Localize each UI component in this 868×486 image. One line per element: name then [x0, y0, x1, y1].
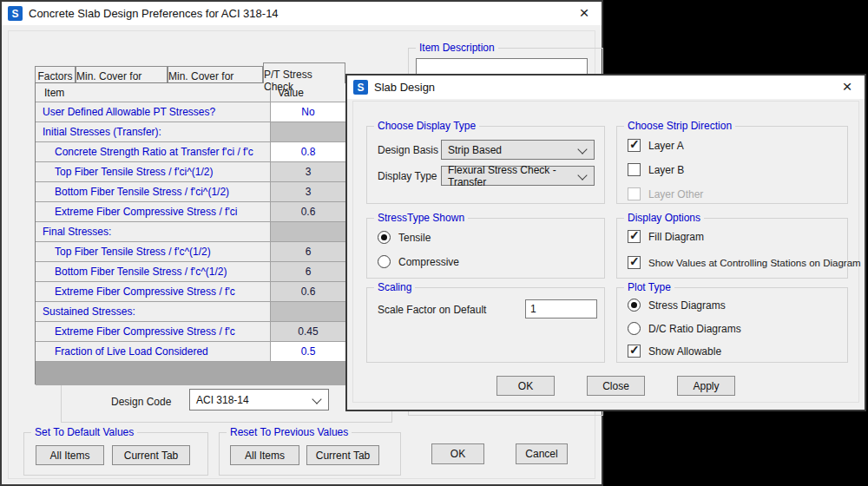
layer-a-checkbox[interactable]: ✓ Layer A	[628, 139, 684, 152]
choose-display-type-group: Choose Display Type Design Basis Strip B…	[366, 126, 605, 204]
table-row: Final Stresses:	[36, 222, 345, 242]
preferences-title: Concrete Slab Design Preferences for ACI…	[29, 7, 279, 20]
set-defaults-current-tab-button[interactable]: Current Tab	[112, 445, 190, 465]
row-value-cell[interactable]: 6	[271, 242, 345, 262]
scale-factor-label: Scale Factor on Default	[378, 304, 486, 316]
row-item-label: Top Fiber Tensile Stress / f'ci^(1/2)	[36, 162, 271, 182]
compressive-radio[interactable]: Compressive	[378, 255, 459, 268]
row-value-cell[interactable]: 0.6	[271, 282, 345, 302]
fill-diagram-checkbox[interactable]: ✓ Fill Diagram	[628, 230, 704, 243]
tab-factors[interactable]: Factors	[35, 66, 76, 82]
checkbox-box: ✓	[628, 139, 641, 152]
row-item-label: User Defined Allowable PT Stresses?	[36, 102, 271, 122]
row-value-cell	[271, 302, 345, 322]
show-values-checkbox[interactable]: ✓ Show Values at Controlling Stations on…	[628, 256, 861, 269]
checkbox-box: ✓	[628, 345, 641, 358]
tensile-radio[interactable]: Tensile	[378, 231, 431, 244]
table-row: Extreme Fiber Compressive Stress / f'c 0…	[36, 282, 345, 302]
display-options-group: Display Options ✓ Fill Diagram ✓ Show Va…	[616, 218, 848, 279]
reset-previous-all-items-button[interactable]: All Items	[230, 445, 299, 465]
design-basis-select[interactable]: Strip Based	[441, 140, 595, 160]
app-icon: S	[8, 6, 23, 21]
table-row: Bottom Fiber Tensile Stress / f'c^(1/2) …	[36, 262, 345, 282]
plot-type-group: Plot Type Stress Diagrams D/C Ratio Diag…	[616, 287, 848, 363]
slab-design-titlebar: S Slab Design	[347, 76, 865, 99]
row-value-cell[interactable]: 3	[271, 162, 345, 182]
radio-label: Tensile	[398, 232, 431, 244]
table-filler	[36, 362, 345, 385]
pt-stress-table: Item Value User Defined Allowable PT Str…	[35, 82, 346, 384]
radio-label: D/C Ratio Diagrams	[648, 323, 741, 335]
table-row: Extreme Fiber Compressive Stress / f'c 0…	[36, 322, 345, 342]
checkbox-box: ✓	[628, 256, 641, 269]
chevron-down-icon	[577, 144, 587, 154]
column-header-item: Item	[36, 83, 271, 102]
row-value-cell[interactable]: 0.6	[271, 202, 345, 222]
design-basis-label: Design Basis	[378, 144, 438, 156]
display-type-select[interactable]: Flexural Stress Check - Transfer	[441, 166, 595, 186]
layer-other-checkbox: ✓ Layer Other	[628, 187, 703, 200]
tab-label: P/T Stress Check	[264, 69, 345, 93]
row-value-cell[interactable]: 6	[271, 262, 345, 282]
checkbox-label: Layer B	[648, 164, 684, 176]
close-button[interactable]: Close	[587, 376, 645, 396]
plot-type-label: Plot Type	[624, 281, 674, 293]
scaling-label: Scaling	[374, 281, 415, 293]
table-row: Extreme Fiber Compressive Stress / f'ci …	[36, 202, 345, 222]
row-item-label: Top Fiber Tensile Stress / f'c^(1/2)	[36, 242, 271, 262]
scaling-group: Scaling Scale Factor on Default	[366, 287, 605, 363]
ok-button[interactable]: OK	[431, 443, 484, 464]
row-value-cell[interactable]: 3	[271, 182, 345, 202]
stress-diagrams-radio[interactable]: Stress Diagrams	[628, 299, 726, 312]
row-value-cell[interactable]: No	[271, 102, 345, 122]
design-code-label: Design Code	[111, 396, 171, 408]
dc-ratio-diagrams-radio[interactable]: D/C Ratio Diagrams	[628, 322, 741, 335]
reset-previous-current-tab-button[interactable]: Current Tab	[306, 445, 379, 465]
ok-button[interactable]: OK	[496, 376, 555, 396]
stress-type-group: StressType Shown Tensile Compressive	[366, 218, 605, 279]
tab-min-cover-beams[interactable]: Min. Cover for Beams	[168, 66, 263, 82]
radio-label: Stress Diagrams	[648, 299, 726, 312]
item-description-label: Item Description	[416, 42, 498, 54]
choose-strip-direction-label: Choose Strip Direction	[624, 120, 735, 132]
stress-type-label: StressType Shown	[374, 212, 468, 224]
reset-previous-label: Reset To Previous Values	[227, 426, 352, 438]
radio-circle	[378, 255, 391, 268]
cancel-button[interactable]: Cancel	[516, 443, 568, 464]
row-value-cell[interactable]: 0.45	[271, 322, 345, 342]
table-row: Top Fiber Tensile Stress / f'ci^(1/2) 3	[36, 162, 345, 182]
layer-b-checkbox[interactable]: ✓ Layer B	[628, 163, 684, 176]
close-icon[interactable]: ×	[830, 76, 865, 98]
table-row: Fraction of Live Load Considered 0.5	[36, 342, 345, 362]
checkbox-label: Fill Diagram	[648, 231, 704, 243]
table-row: User Defined Allowable PT Stresses? No	[36, 102, 345, 122]
row-item-label: Sustained Stresses:	[36, 302, 271, 322]
tab-min-cover-slabs[interactable]: Min. Cover for Slabs	[76, 66, 168, 82]
set-defaults-all-items-button[interactable]: All Items	[36, 445, 104, 465]
row-item-label: Initial Stresses (Transfer):	[36, 122, 271, 142]
app-icon: S	[353, 80, 368, 95]
preferences-titlebar: S Concrete Slab Design Preferences for A…	[2, 2, 602, 25]
row-value-cell[interactable]: 0.5	[271, 342, 345, 362]
show-allowable-checkbox[interactable]: ✓ Show Allowable	[628, 345, 721, 358]
slab-design-title: Slab Design	[374, 81, 435, 94]
row-value-cell	[271, 222, 345, 242]
row-item-label: Extreme Fiber Compressive Stress / f'ci	[36, 202, 271, 222]
row-item-label: Concrete Strength Ratio at Transfer f'ci…	[36, 142, 271, 162]
radio-dot-icon	[631, 302, 637, 308]
close-icon[interactable]: ×	[567, 2, 602, 24]
design-code-select[interactable]: ACI 318-14	[189, 389, 329, 410]
tab-pt-stress-check[interactable]: P/T Stress Check	[263, 62, 345, 83]
reset-previous-group: Reset To Previous Values All Items Curre…	[219, 432, 401, 476]
row-item-label: Bottom Fiber Tensile Stress / f'c^(1/2)	[36, 262, 271, 282]
row-value-cell[interactable]: 0.8	[271, 142, 345, 162]
chevron-down-icon	[312, 394, 321, 404]
check-icon: ✓	[629, 228, 640, 242]
check-icon: ✓	[629, 343, 640, 357]
design-code-value: ACI 318-14	[196, 394, 249, 406]
scale-factor-input[interactable]	[525, 299, 597, 319]
row-item-label: Bottom Fiber Tensile Stress / f'ci^(1/2)	[36, 182, 271, 202]
apply-button[interactable]: Apply	[677, 376, 735, 396]
choose-display-type-label: Choose Display Type	[374, 120, 479, 132]
choose-strip-direction-group: Choose Strip Direction ✓ Layer A ✓ Layer…	[616, 126, 848, 204]
